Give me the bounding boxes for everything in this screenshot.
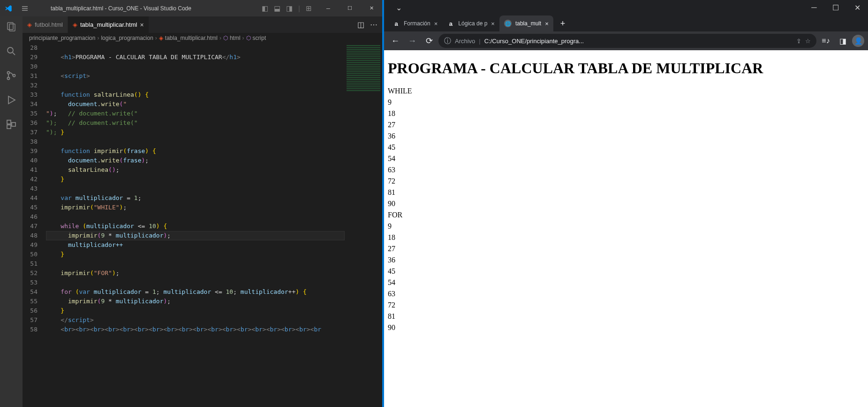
forward-button[interactable]: → [405, 33, 420, 48]
svg-point-2 [8, 47, 13, 53]
svg-rect-7 [7, 125, 11, 129]
output-line: 9 [388, 221, 864, 232]
browser-tab[interactable]: aLógica de p× [442, 15, 499, 31]
source-control-icon[interactable] [6, 70, 17, 84]
symbol-icon: ⬡ [223, 35, 228, 41]
svg-point-3 [8, 72, 10, 74]
output-line: 27 [388, 243, 864, 254]
new-tab-button[interactable]: + [556, 17, 569, 30]
output-line: 18 [388, 108, 864, 119]
output-line: 81 [388, 187, 864, 198]
html-file-icon: ◈ [27, 21, 32, 28]
close-button[interactable]: ✕ [846, 0, 868, 15]
close-tab-icon[interactable]: × [491, 20, 495, 27]
search-icon[interactable] [6, 46, 17, 60]
browser-tab[interactable]: 🌐tabla_mult× [499, 15, 553, 31]
run-debug-icon[interactable] [6, 94, 17, 108]
layout-grid-icon[interactable]: ⊞ [306, 4, 312, 13]
panel-bottom-icon[interactable]: ⬓ [274, 4, 280, 13]
close-tab-icon[interactable]: × [545, 20, 549, 27]
share-icon[interactable]: ⇪ [796, 38, 801, 45]
extensions-icon[interactable] [6, 119, 17, 133]
maximize-button[interactable]: ☐ [825, 0, 846, 15]
bookmark-icon[interactable]: ☆ [805, 38, 811, 45]
tab-label: futbol.html [35, 21, 63, 28]
browser-window: ⌄ ─ ☐ ✕ aFormación×aLógica de p×🌐tabla_m… [384, 0, 868, 407]
output-line: 72 [388, 299, 864, 311]
output-line: 27 [388, 119, 864, 131]
html-file-icon: ◈ [159, 35, 163, 41]
code-content[interactable]: <h1>PROGRAMA - CALCULAR TABLA DE MULTIPL… [46, 43, 345, 407]
svg-point-5 [13, 75, 15, 77]
code-editor[interactable]: 2829303132333435363738394041424344454647… [23, 43, 382, 407]
reload-button[interactable]: ⟳ [422, 33, 437, 48]
minimap[interactable] [345, 43, 382, 407]
output-line: 36 [388, 131, 864, 142]
editor-tab-active[interactable]: ◈ tabla_multiplicar.html × [68, 16, 149, 33]
panel-left-icon[interactable]: ◧ [262, 4, 268, 13]
breadcrumb[interactable]: principiante_programacion› logica_progra… [23, 33, 382, 43]
back-button[interactable]: ← [388, 33, 403, 48]
output-line: 81 [388, 311, 864, 322]
panel-right-icon[interactable]: ◨ [286, 4, 293, 13]
maximize-button[interactable]: ☐ [339, 0, 361, 16]
tab-label: tabla_multiplicar.html [80, 21, 137, 28]
output-line: WHILE [388, 85, 864, 97]
output-line: 90 [388, 198, 864, 209]
activity-bar [0, 16, 23, 407]
minimize-button[interactable]: ─ [803, 0, 825, 15]
menu-button[interactable] [16, 5, 33, 12]
editor-tab[interactable]: ◈ futbol.html [23, 16, 68, 33]
output-line: 18 [388, 232, 864, 243]
page-content: PROGRAMA - CALCULAR TABLA DE MULTIPLICAR… [384, 50, 868, 407]
split-editor-icon[interactable]: ◫ [357, 20, 364, 29]
window-title: tabla_multiplicar.html - Curso_ONE - Vis… [33, 5, 256, 12]
editor-area: ◈ futbol.html ◈ tabla_multiplicar.html ×… [23, 16, 382, 407]
browser-tabs: aFormación×aLógica de p×🌐tabla_mult×+ [384, 15, 868, 31]
editor-tabs: ◈ futbol.html ◈ tabla_multiplicar.html ×… [23, 16, 382, 33]
tab-label: Formación [404, 20, 430, 27]
close-tab-icon[interactable]: × [434, 20, 438, 27]
alura-favicon-icon: a [447, 20, 454, 27]
tab-label: tabla_mult [515, 20, 541, 27]
close-tab-icon[interactable]: × [140, 21, 143, 29]
html-file-icon: ◈ [73, 21, 77, 28]
explorer-icon[interactable] [6, 21, 17, 35]
output-line: 63 [388, 164, 864, 176]
globe-favicon-icon: 🌐 [504, 20, 512, 27]
info-icon[interactable]: ⓘ [444, 37, 451, 46]
side-panel-icon[interactable]: ◨ [835, 33, 850, 48]
output-line: 54 [388, 153, 864, 164]
profile-icon[interactable]: 👤 [852, 35, 864, 47]
close-button[interactable]: ✕ [361, 0, 382, 16]
output-line: 9 [388, 97, 864, 108]
url-scheme-label: Archivo [455, 38, 475, 45]
browser-title-bar: ⌄ ─ ☐ ✕ [384, 0, 868, 15]
output-line: 90 [388, 322, 864, 333]
window-controls: ─ ☐ ✕ [317, 0, 382, 16]
browser-tab[interactable]: aFormación× [388, 15, 442, 31]
tab-label: Lógica de p [458, 20, 487, 27]
page-heading: PROGRAMA - CALCULAR TABLA DE MULTIPLICAR [388, 60, 864, 77]
svg-rect-8 [12, 123, 15, 126]
alura-favicon-icon: a [392, 20, 400, 27]
more-actions-icon[interactable]: ⋯ [370, 20, 377, 29]
vscode-logo-icon [0, 4, 16, 13]
browser-toolbar: ← → ⟳ ⓘ Archivo | C:/Curso_ONE/principia… [384, 31, 868, 50]
minimize-button[interactable]: ─ [317, 0, 339, 16]
output-line: 63 [388, 288, 864, 299]
address-bar[interactable]: ⓘ Archivo | C:/Curso_ONE/principiante_pr… [438, 34, 816, 48]
reading-list-icon[interactable]: ≡♪ [818, 33, 833, 48]
vscode-title-bar: tabla_multiplicar.html - Curso_ONE - Vis… [0, 0, 382, 16]
symbol-icon: ⬡ [246, 35, 251, 41]
svg-rect-6 [7, 120, 11, 124]
output-line: 45 [388, 266, 864, 277]
line-gutter: 2829303132333435363738394041424344454647… [23, 43, 46, 407]
output-line: FOR [388, 209, 864, 221]
output-line: 45 [388, 142, 864, 153]
tab-search-icon[interactable]: ⌄ [388, 0, 409, 15]
editor-layout-controls: ◧ ⬓ ◨ | ⊞ [256, 4, 317, 13]
output-line: 72 [388, 176, 864, 187]
output-line: 54 [388, 277, 864, 288]
output-line: 36 [388, 254, 864, 266]
